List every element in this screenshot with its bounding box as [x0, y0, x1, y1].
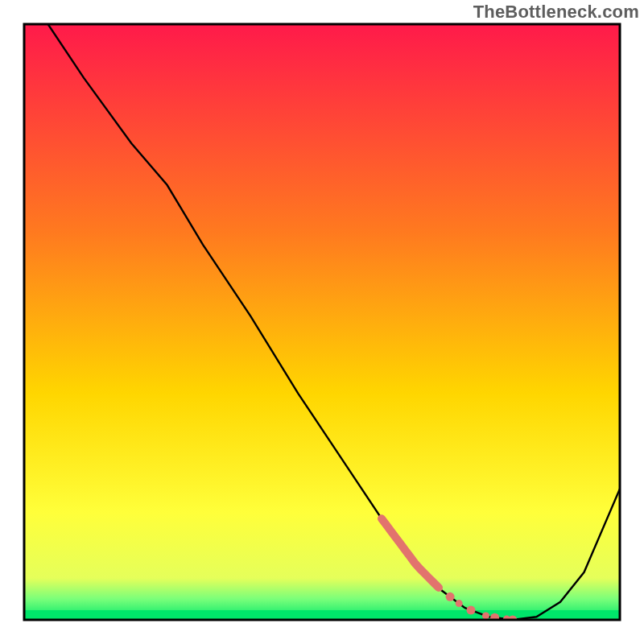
chart-container: TheBottleneck.com — [0, 0, 644, 644]
plot-background — [24, 24, 620, 620]
bottleneck-chart — [0, 0, 644, 644]
svg-point-2 — [456, 600, 463, 607]
watermark-label: TheBottleneck.com — [473, 2, 639, 23]
svg-point-3 — [467, 606, 476, 615]
svg-point-1 — [446, 592, 455, 601]
svg-point-4 — [482, 612, 489, 619]
